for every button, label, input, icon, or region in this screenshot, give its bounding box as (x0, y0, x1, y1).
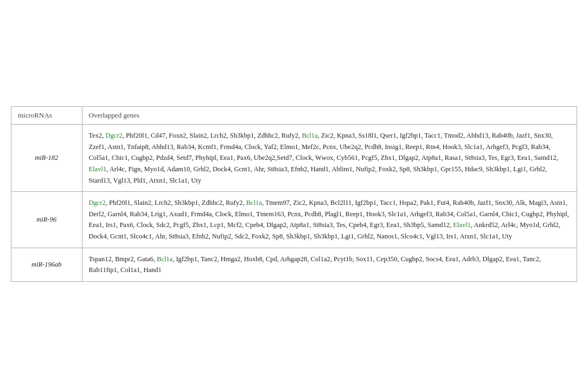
table-header-row: microRNAs Overlapped genes (11, 107, 577, 125)
table-row: miR-182Tex2, Dgcr2, Phf20l1, Cd47, Foxn2… (11, 125, 577, 192)
genes-cell: Tspan12, Bmpr2, Gata6, Bcl1a, Igf2bp1, T… (82, 248, 577, 281)
table-row: miR-96Dgcr2, Phf20l1, Slain2, Lrch2, Sh3… (11, 192, 577, 248)
genes-cell: Tex2, Dgcr2, Phf20l1, Cd47, Foxn2, Slain… (82, 125, 577, 192)
col-header-mirna: microRNAs (11, 107, 82, 125)
genes-cell: Dgcr2, Phf20l1, Slain2, Lrch2, Sh3kbp1, … (82, 192, 577, 248)
mirna-label: miR-182 (11, 125, 82, 192)
mirna-label: miR-196ab (11, 248, 82, 281)
col-header-genes: Overlapped genes (82, 107, 577, 125)
main-table-container: microRNAs Overlapped genes miR-182Tex2, … (11, 106, 577, 282)
mirna-label: miR-96 (11, 192, 82, 248)
mirna-table: microRNAs Overlapped genes miR-182Tex2, … (11, 107, 577, 281)
table-row: miR-196abTspan12, Bmpr2, Gata6, Bcl1a, I… (11, 248, 577, 281)
